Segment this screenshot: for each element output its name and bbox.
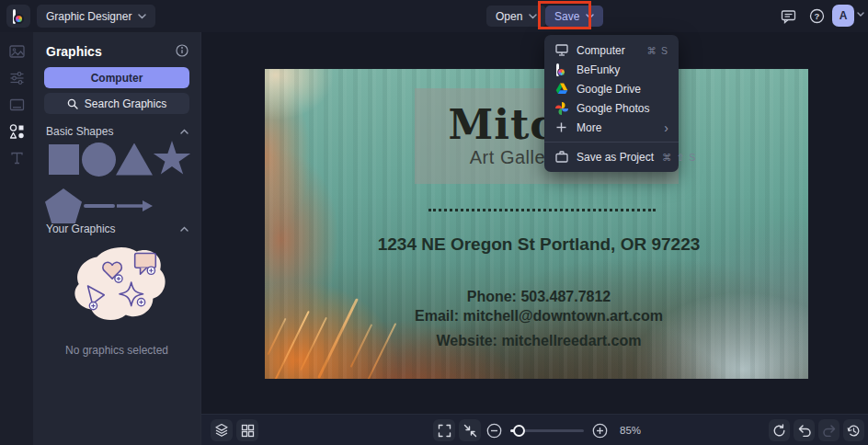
menu-item-google-photos[interactable]: Google Photos bbox=[544, 98, 679, 118]
shape-square[interactable] bbox=[49, 144, 79, 175]
empty-state-text: No graphics selected bbox=[33, 344, 200, 357]
redo-button[interactable] bbox=[818, 419, 839, 441]
shape-triangle[interactable] bbox=[116, 143, 153, 176]
monitor-icon bbox=[554, 43, 568, 57]
chat-button[interactable] bbox=[777, 6, 799, 27]
rail-item-frames[interactable] bbox=[4, 96, 29, 114]
basic-shapes-grid bbox=[45, 141, 190, 222]
search-icon bbox=[67, 98, 78, 109]
fit-to-screen-button[interactable] bbox=[459, 419, 481, 441]
shape-arrow[interactable] bbox=[116, 200, 153, 211]
fullscreen-button[interactable] bbox=[433, 419, 455, 441]
undo-icon bbox=[797, 424, 812, 437]
svg-text:?: ? bbox=[814, 11, 819, 21]
reset-button[interactable] bbox=[769, 419, 790, 441]
layers-button[interactable] bbox=[211, 419, 233, 441]
design-canvas[interactable]: Mitchell Art Gallery Owner 1234 NE Orego… bbox=[265, 69, 808, 379]
dotted-divider[interactable] bbox=[428, 209, 656, 211]
menu-divider bbox=[544, 142, 679, 143]
history-icon bbox=[847, 424, 861, 438]
address-text-layer[interactable]: 1234 NE Oregon St Portland, OR 97223 bbox=[364, 233, 714, 257]
befunky-logo-icon bbox=[12, 9, 25, 24]
fit-screen-icon bbox=[463, 424, 477, 438]
mode-selector-dropdown[interactable]: Graphic Designer bbox=[37, 5, 155, 28]
card-website: Website: mitchellreedart.com bbox=[346, 332, 732, 351]
save-highlight-annotation bbox=[538, 1, 591, 29]
card-email: Email: mitchell@downtown.art.com bbox=[346, 307, 732, 326]
menu-item-befunky[interactable]: BeFunky bbox=[544, 60, 679, 79]
computer-upload-button[interactable]: Computer bbox=[44, 67, 189, 88]
menu-item-save-as-project[interactable]: Save as Project ⌘ ⇧ S bbox=[544, 147, 679, 166]
briefcase-icon bbox=[554, 150, 568, 164]
zoom-in-button[interactable] bbox=[592, 423, 608, 439]
shape-pentagon[interactable] bbox=[45, 188, 82, 223]
shape-star[interactable] bbox=[153, 141, 191, 177]
rail-item-graphics[interactable] bbox=[4, 122, 29, 141]
google-drive-icon bbox=[554, 82, 568, 96]
save-dropdown-menu: Computer ⌘ S BeFunky Google Drive Google… bbox=[544, 35, 679, 172]
contact-text-layer[interactable]: Phone: 503.487.7812 Email: mitchell@down… bbox=[346, 288, 732, 350]
history-controls bbox=[769, 419, 864, 441]
menu-item-more[interactable]: More › bbox=[544, 118, 679, 137]
submenu-chevron: › bbox=[664, 121, 668, 134]
reset-icon bbox=[772, 424, 786, 438]
account-avatar[interactable]: A bbox=[832, 5, 854, 27]
avatar-initial: A bbox=[839, 9, 848, 22]
shape-circle[interactable] bbox=[82, 143, 116, 177]
templates-grid-button[interactable] bbox=[236, 419, 258, 441]
image-icon bbox=[8, 43, 26, 60]
empty-graphics-illustration bbox=[33, 238, 200, 330]
info-button[interactable] bbox=[176, 44, 188, 57]
help-button[interactable]: ? bbox=[805, 6, 828, 27]
frames-icon bbox=[8, 97, 26, 113]
layers-icon bbox=[214, 423, 229, 438]
shortcut-label: ⌘ S bbox=[647, 45, 668, 56]
chevron-up-icon bbox=[180, 129, 188, 134]
rail-item-image[interactable] bbox=[4, 42, 29, 61]
mode-selector-label: Graphic Designer bbox=[46, 10, 131, 23]
google-photos-icon bbox=[554, 101, 568, 115]
zoom-level-label: 85% bbox=[620, 425, 641, 436]
your-graphics-header[interactable]: Your Graphics bbox=[46, 222, 188, 235]
chevron-down-icon bbox=[529, 14, 537, 19]
top-bar: Graphic Designer Open Save ? A bbox=[0, 0, 868, 32]
redo-icon bbox=[822, 424, 837, 437]
rail-item-adjustments[interactable] bbox=[4, 69, 29, 87]
graphics-panel: Graphics Computer Search Graphics Basic … bbox=[33, 32, 200, 445]
account-menu-caret[interactable] bbox=[857, 12, 864, 17]
befunky-logo[interactable] bbox=[6, 5, 30, 28]
grid-icon bbox=[241, 424, 255, 438]
befunky-icon bbox=[554, 63, 568, 76]
chevron-down-icon bbox=[857, 12, 864, 17]
open-button-label: Open bbox=[496, 10, 522, 23]
adjustments-icon bbox=[8, 70, 26, 86]
zoom-out-button[interactable] bbox=[486, 423, 502, 439]
zoom-slider[interactable] bbox=[510, 429, 584, 432]
menu-item-computer[interactable]: Computer ⌘ S bbox=[544, 40, 679, 60]
chevron-down-icon bbox=[138, 14, 146, 19]
zoom-controls: 85% bbox=[486, 415, 641, 445]
shortcut-label: ⌘ ⇧ S bbox=[662, 152, 696, 163]
text-icon bbox=[8, 150, 26, 166]
help-icon: ? bbox=[809, 8, 825, 24]
search-graphics-button[interactable]: Search Graphics bbox=[44, 93, 189, 114]
shape-line[interactable] bbox=[84, 204, 115, 208]
info-icon bbox=[176, 44, 188, 57]
zoom-in-icon bbox=[592, 423, 608, 439]
bottom-toolbar: 85% bbox=[201, 414, 868, 445]
panel-title: Graphics bbox=[46, 44, 102, 59]
chat-icon bbox=[781, 9, 796, 24]
workspace: Mitchell Art Gallery Owner 1234 NE Orego… bbox=[200, 32, 868, 445]
zoom-out-icon bbox=[486, 423, 502, 439]
chevron-up-icon bbox=[180, 226, 188, 232]
plus-icon bbox=[554, 120, 568, 134]
card-phone: Phone: 503.487.7812 bbox=[346, 288, 732, 307]
menu-item-google-drive[interactable]: Google Drive bbox=[544, 79, 679, 98]
undo-button[interactable] bbox=[794, 419, 815, 441]
fullscreen-icon bbox=[438, 424, 451, 438]
basic-shapes-header[interactable]: Basic Shapes bbox=[46, 125, 188, 138]
rail-item-text[interactable] bbox=[4, 149, 29, 167]
history-button[interactable] bbox=[843, 419, 864, 441]
graphics-icon bbox=[8, 123, 26, 140]
zoom-slider-handle[interactable] bbox=[513, 425, 525, 437]
